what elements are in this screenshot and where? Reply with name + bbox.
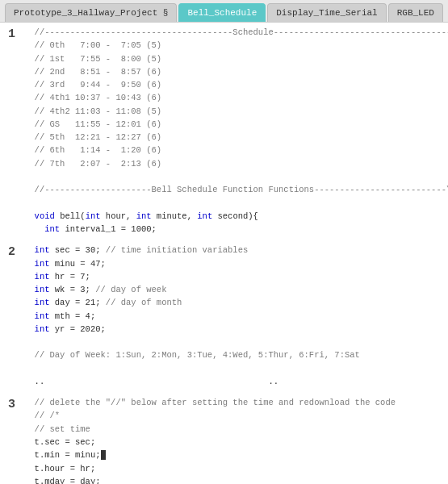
code-text-2: int sec = 30; // time initiation variabl… xyxy=(24,244,443,388)
code-text-3: // delete the "//" below after setting t… xyxy=(24,396,443,484)
tab-rgb-led[interactable]: RGB_LED xyxy=(388,3,443,22)
code-section-3[interactable]: // delete the "//" below after setting t… xyxy=(23,393,448,484)
code-section-1[interactable]: //-------------------------------------S… xyxy=(23,23,448,240)
section-num-1: 1 xyxy=(0,23,23,41)
section-num-3: 3 xyxy=(0,393,23,411)
code-text-1: //-------------------------------------S… xyxy=(24,26,448,236)
section-num-2: 2 xyxy=(0,240,23,259)
section-2: 2 int sec = 30; // time initiation varia… xyxy=(0,240,448,393)
tabs-bar: Prototype_3_Hallway_Project § Bell_Sched… xyxy=(0,0,448,23)
tab-bell-schedule[interactable]: Bell_Schedule xyxy=(178,3,266,22)
section-1: 1 //------------------------------------… xyxy=(0,23,448,240)
tab-prototype[interactable]: Prototype_3_Hallway_Project § xyxy=(5,3,177,22)
tab-display-time[interactable]: Display_Time_Serial xyxy=(267,3,386,22)
code-section-2[interactable]: int sec = 30; // time initiation variabl… xyxy=(23,240,448,393)
section-3: 3 // delete the "//" below after setting… xyxy=(0,393,448,484)
